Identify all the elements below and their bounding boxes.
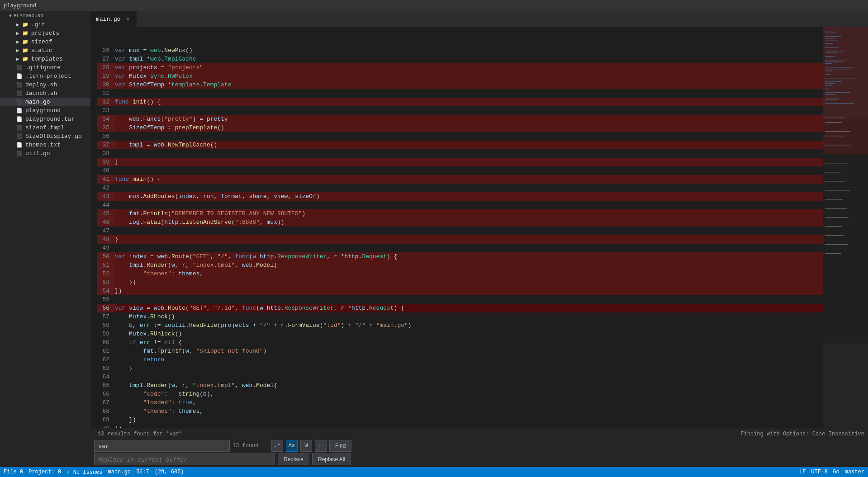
file-icon: 📄 (16, 142, 23, 148)
line-num-33: 33 (97, 106, 115, 115)
sidebar-label-sizeofDisplay: SizeOfDisplay.go (25, 133, 82, 140)
code-line-62: 62 return (97, 355, 823, 364)
line-num-67: 67 (97, 398, 115, 407)
status-issues: ✓ No Issues (66, 469, 102, 476)
tab-label: main.go (96, 16, 121, 23)
tab-main-go[interactable]: main.go ✕ (90, 11, 137, 27)
code-text-37: tmpl = web.NewTmplCache() (115, 141, 823, 149)
sidebar-item-main-go[interactable]: ⬛ main.go (0, 98, 90, 106)
status-cursor[interactable]: 56:7 (136, 469, 149, 475)
code-content[interactable]: 26 var mux = web.NewMux() 27 var tmpl *w… (90, 27, 823, 428)
code-text-44 (115, 201, 823, 209)
sidebar-item-util[interactable]: ⬛ util.go (0, 149, 90, 158)
svg-rect-19 (825, 78, 854, 79)
find-regex-button[interactable]: .* (271, 440, 283, 452)
code-text-60: if err != nil { (115, 338, 823, 347)
code-line-54: 54 }) (97, 287, 823, 295)
code-text-27: var tmpl *web.TmplCache (115, 55, 823, 63)
svg-rect-20 (825, 81, 842, 82)
svg-rect-21 (825, 83, 835, 84)
code-line-30: 30 var SizeOfTemp *template.Template (97, 80, 823, 89)
status-lang[interactable]: Go (833, 469, 839, 475)
code-line-39: 39 } (97, 158, 823, 166)
svg-rect-12 (825, 60, 848, 61)
line-num-65: 65 (97, 381, 115, 390)
status-branch[interactable]: master (845, 469, 864, 475)
svg-rect-5 (825, 38, 835, 39)
status-filename[interactable]: main.go (108, 469, 130, 475)
tab-close-button[interactable]: ✕ (124, 15, 132, 23)
sidebar-item-sizeofDisplay[interactable]: ⬛ SizeOfDisplay.go (0, 132, 90, 141)
sidebar-item-sizeof-tmpl[interactable]: ⬛ sizeof.tmpl (0, 123, 90, 132)
sidebar-item-deploy[interactable]: ⬛ deploy.sh (0, 80, 90, 89)
code-text-65: tmpl.Render(w, r, "index.tmpl", web.Mode… (115, 381, 823, 390)
code-editor: 26 var mux = web.NewMux() 27 var tmpl *w… (90, 27, 868, 428)
sidebar-item-playground[interactable]: 📄 playground (0, 106, 90, 115)
folder-icon: 📁 (22, 56, 28, 62)
sidebar-item-gitignore[interactable]: ⬛ .gitignore (0, 63, 90, 72)
folder-icon: 📁 (22, 47, 28, 53)
chevron-right-icon: ▶ (16, 47, 19, 53)
sidebar-label-static: static (31, 47, 52, 54)
sidebar-item-themes[interactable]: 📄 themes.txt (0, 141, 90, 149)
result-count-label: 13 found (232, 443, 269, 449)
sidebar-label-deploy: deploy.sh (25, 81, 57, 88)
status-project[interactable]: Project: 0 (28, 469, 61, 475)
svg-rect-2 (825, 31, 834, 32)
find-case-button[interactable]: Aa (286, 440, 298, 452)
find-input-row: 13 found .* Aa W ↩ Find (94, 440, 864, 452)
code-line-45: 45 fmt.Println("REMEMBER TO REGISTER ANY… (97, 209, 823, 218)
find-button[interactable]: Find (329, 440, 351, 452)
svg-rect-34 (825, 163, 848, 164)
editor-area: main.go ✕ 26 var mux = web.NewMux() 27 v… (90, 11, 868, 467)
svg-rect-6 (825, 40, 838, 41)
code-text-57: Mutex.RLock() (115, 312, 823, 321)
status-file-num[interactable]: File 0 (4, 469, 23, 475)
code-text-47 (115, 227, 823, 235)
folder-icon: 📁 (22, 30, 28, 36)
sidebar-root[interactable]: ▼ playground (0, 11, 90, 20)
code-text-59: Mutex.RUnlock() (115, 330, 823, 338)
code-text-30: var SizeOfTemp *template.Template (115, 80, 823, 89)
file-tmpl-icon: ⬛ (16, 125, 23, 131)
replace-input[interactable] (94, 453, 275, 465)
sidebar-item-tern[interactable]: 📄 .tern-project (0, 72, 90, 80)
status-encoding[interactable]: UTF-8 (811, 469, 827, 475)
code-line-27: 27 var tmpl *web.TmplCache (97, 55, 823, 63)
sidebar-item-static[interactable]: ▶ 📁 static (0, 46, 90, 55)
status-line-ending[interactable]: LF (799, 469, 806, 475)
code-line-42: 42 (97, 184, 823, 192)
sidebar-item-templates[interactable]: ▶ 📁 templates (0, 55, 90, 63)
sidebar-item-sizeof[interactable]: ▶ 📁 sizeof (0, 38, 90, 46)
svg-rect-11 (825, 56, 835, 57)
code-line-51: 51 tmpl.Render(w, r, "index.tmpl", web.M… (97, 261, 823, 269)
line-num-63: 63 (97, 364, 115, 373)
sidebar-item-launch[interactable]: ⬛ launch.sh (0, 89, 90, 98)
code-text-41: func main() { (115, 175, 823, 184)
find-word-button[interactable]: W (300, 440, 312, 452)
code-line-43: 43 mux.AddRoutes(index, run, format, sha… (97, 192, 823, 201)
line-num-58: 58 (97, 321, 115, 330)
replace-button[interactable]: Replace (278, 453, 309, 465)
replace-all-button[interactable]: Replace All (312, 453, 351, 465)
file-icon: 📄 (16, 108, 23, 113)
minimap[interactable] (823, 27, 868, 428)
line-num-44: 44 (97, 201, 115, 209)
svg-rect-22 (825, 85, 832, 86)
svg-rect-15 (825, 67, 854, 68)
svg-rect-13 (825, 61, 842, 62)
code-line-65: 65 tmpl.Render(w, r, "index.tmpl", web.M… (97, 381, 823, 390)
code-line-70: 70 }) (97, 424, 823, 428)
line-num-48: 48 (97, 235, 115, 244)
code-line-29: 29 var Mutex sync.RWMutex (97, 72, 823, 80)
find-wrap-button[interactable]: ↩ (315, 440, 327, 452)
sidebar-item-projects[interactable]: ▶ 📁 projects (0, 29, 90, 38)
find-search-input[interactable] (94, 440, 230, 452)
code-text-58: b, err := ioutil.ReadFile(projects + "/"… (115, 321, 823, 330)
sidebar-item-playground-tar[interactable]: 📄 playground.tar (0, 115, 90, 123)
line-num-69: 69 (97, 416, 115, 424)
chevron-icon: ▼ (9, 14, 12, 19)
svg-rect-41 (825, 226, 842, 227)
code-line-34: 34 web.Funcs["pretty"] = pretty (97, 115, 823, 123)
sidebar-item-git[interactable]: ▶ 📁 .git (0, 20, 90, 29)
